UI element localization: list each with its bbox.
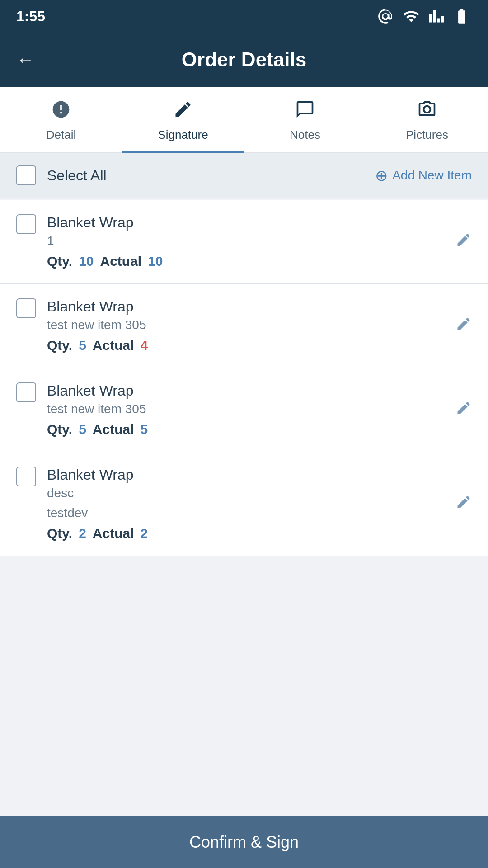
qty-label-4: Qty. <box>47 526 72 541</box>
actual-value-2: 4 <box>141 338 148 353</box>
item-desc-3: test new item 305 <box>47 402 472 416</box>
qty-value-3: 5 <box>79 422 86 437</box>
actual-label-1: Actual <box>100 254 142 269</box>
pictures-icon <box>417 99 437 123</box>
item-desc-1: 1 <box>47 234 472 248</box>
add-new-item-button[interactable]: ⊕ Add New Item <box>375 166 472 184</box>
select-all-left: Select All <box>16 165 107 185</box>
edit-button-2[interactable] <box>455 316 472 336</box>
select-all-checkbox[interactable] <box>16 165 36 185</box>
tab-notes[interactable]: Notes <box>244 87 366 153</box>
tab-notes-label: Notes <box>290 128 320 142</box>
list-item: Blanket Wrap 1 Qty. 10 Actual 10 <box>0 200 488 284</box>
item-qty-2: Qty. 5 Actual 4 <box>47 338 472 353</box>
select-all-bar: Select All ⊕ Add New Item <box>0 153 488 198</box>
notes-icon <box>295 99 315 123</box>
item-checkbox-4[interactable] <box>16 467 36 486</box>
header: ← Order Details <box>0 33 488 87</box>
status-icons <box>377 8 472 25</box>
item-content-4: Blanket Wrap desc testdev Qty. 2 Actual … <box>47 467 472 541</box>
signal-icon <box>428 8 445 25</box>
tab-signature-label: Signature <box>158 128 208 142</box>
item-name-1: Blanket Wrap <box>47 214 472 231</box>
qty-label-3: Qty. <box>47 422 72 437</box>
actual-value-3: 5 <box>141 422 148 437</box>
item-qty-3: Qty. 5 Actual 5 <box>47 422 472 437</box>
item-content-3: Blanket Wrap test new item 305 Qty. 5 Ac… <box>47 382 472 437</box>
actual-value-1: 10 <box>148 254 163 269</box>
qty-value-1: 10 <box>79 254 94 269</box>
item-checkbox-1[interactable] <box>16 214 36 234</box>
edit-button-3[interactable] <box>455 400 472 420</box>
tab-pictures[interactable]: Pictures <box>366 87 488 153</box>
add-icon: ⊕ <box>375 166 388 184</box>
tab-detail-label: Detail <box>46 128 76 142</box>
list-item: Blanket Wrap test new item 305 Qty. 5 Ac… <box>0 368 488 452</box>
bottom-bar[interactable]: Confirm & Sign <box>0 816 488 868</box>
battery-icon <box>452 8 472 25</box>
qty-label-1: Qty. <box>47 254 72 269</box>
item-desc-4b: testdev <box>47 506 472 520</box>
item-desc-2: test new item 305 <box>47 318 472 332</box>
detail-icon <box>51 99 71 123</box>
status-bar: 1:55 <box>0 0 488 33</box>
add-new-item-label: Add New Item <box>392 168 472 183</box>
qty-value-2: 5 <box>79 338 86 353</box>
item-content-2: Blanket Wrap test new item 305 Qty. 5 Ac… <box>47 298 472 353</box>
actual-label-3: Actual <box>93 422 134 437</box>
edit-button-1[interactable] <box>455 231 472 252</box>
qty-value-4: 2 <box>79 526 86 541</box>
actual-value-4: 2 <box>141 526 148 541</box>
tab-detail[interactable]: Detail <box>0 87 122 153</box>
item-content-1: Blanket Wrap 1 Qty. 10 Actual 10 <box>47 214 472 269</box>
item-name-4: Blanket Wrap <box>47 467 472 483</box>
item-qty-4: Qty. 2 Actual 2 <box>47 526 472 541</box>
wifi-icon <box>401 8 421 25</box>
select-all-label: Select All <box>47 167 107 184</box>
at-icon <box>377 8 394 25</box>
tab-pictures-label: Pictures <box>406 128 448 142</box>
tabs-bar: Detail Signature Notes Pictures <box>0 87 488 153</box>
confirm-sign-label: Confirm & Sign <box>189 833 299 851</box>
status-time: 1:55 <box>16 8 45 25</box>
item-list: Blanket Wrap 1 Qty. 10 Actual 10 Blanket… <box>0 200 488 556</box>
page-title: Order Details <box>43 48 445 71</box>
list-item: Blanket Wrap test new item 305 Qty. 5 Ac… <box>0 284 488 368</box>
item-checkbox-2[interactable] <box>16 298 36 318</box>
item-name-3: Blanket Wrap <box>47 382 472 399</box>
item-qty-1: Qty. 10 Actual 10 <box>47 254 472 269</box>
item-desc-4a: desc <box>47 486 472 500</box>
back-button[interactable]: ← <box>16 51 34 69</box>
signature-icon <box>173 99 193 123</box>
actual-label-4: Actual <box>93 526 134 541</box>
item-name-2: Blanket Wrap <box>47 298 472 315</box>
item-checkbox-3[interactable] <box>16 382 36 402</box>
edit-button-4[interactable] <box>455 494 472 514</box>
actual-label-2: Actual <box>93 338 134 353</box>
tab-signature[interactable]: Signature <box>122 87 244 153</box>
list-item: Blanket Wrap desc testdev Qty. 2 Actual … <box>0 452 488 556</box>
qty-label-2: Qty. <box>47 338 72 353</box>
